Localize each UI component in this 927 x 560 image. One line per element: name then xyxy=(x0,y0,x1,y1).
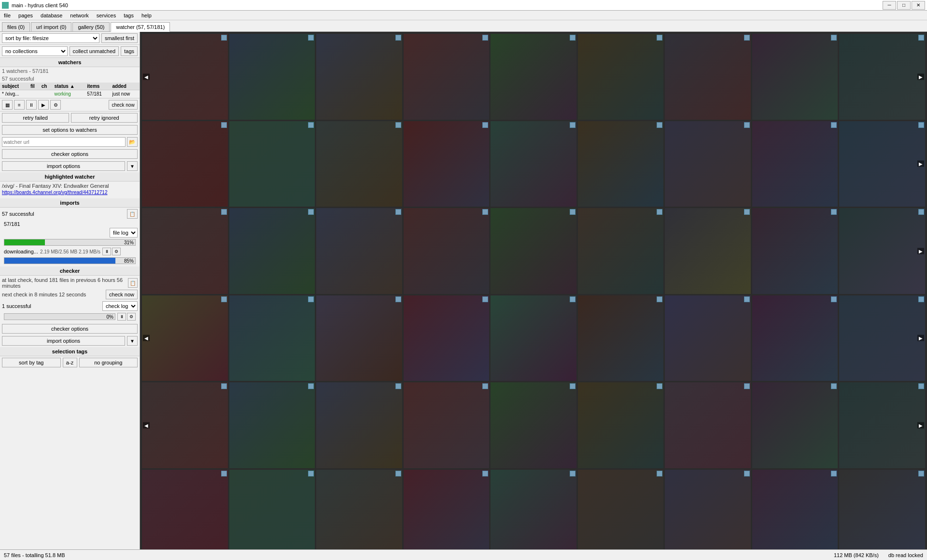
file-log-icon-button[interactable]: 📋 xyxy=(127,209,138,219)
menu-tags[interactable]: tags xyxy=(120,12,138,19)
cell-checkbox[interactable] xyxy=(221,383,227,389)
watcher-url-input[interactable] xyxy=(2,137,126,147)
tags-button[interactable]: tags xyxy=(121,46,138,56)
tab-files[interactable]: files (0) xyxy=(2,22,30,31)
cell-checkbox[interactable] xyxy=(482,383,488,389)
highlighted-url[interactable]: https://boards.4channel.org/vg/thread/44… xyxy=(2,190,138,195)
image-cell[interactable] xyxy=(404,382,490,468)
menu-network[interactable]: network xyxy=(66,12,93,19)
resume-button[interactable]: ▶ xyxy=(38,100,49,110)
maximize-button[interactable]: □ xyxy=(897,1,911,10)
cell-checkbox[interactable] xyxy=(308,209,314,215)
checker-settings-button[interactable]: ⚙ xyxy=(127,313,136,321)
image-cell[interactable] xyxy=(491,470,576,549)
cell-checkbox[interactable] xyxy=(308,35,314,41)
cell-checkbox[interactable] xyxy=(221,209,227,215)
image-cell[interactable] xyxy=(578,470,664,549)
close-button[interactable]: ✕ xyxy=(912,1,925,10)
image-cell[interactable] xyxy=(491,121,576,207)
menu-database[interactable]: database xyxy=(37,12,66,19)
cell-checkbox[interactable] xyxy=(395,122,401,128)
image-cell[interactable] xyxy=(229,382,315,468)
cell-checkbox[interactable] xyxy=(657,35,662,41)
image-cell[interactable] xyxy=(752,382,838,468)
nav-arrow-left[interactable]: ◀ xyxy=(143,422,150,429)
checker-pause-button[interactable]: ⏸ xyxy=(117,313,126,321)
image-cell[interactable] xyxy=(404,295,490,381)
image-cell[interactable] xyxy=(316,295,402,381)
image-cell[interactable]: ▶ xyxy=(839,34,925,120)
image-cell[interactable] xyxy=(752,470,838,549)
sort-dropdown[interactable]: sort by file: filesize xyxy=(2,33,99,43)
cell-checkbox[interactable] xyxy=(831,209,837,215)
image-cell[interactable] xyxy=(665,382,751,468)
nav-arrow-right[interactable]: ▶ xyxy=(917,73,924,80)
image-cell[interactable] xyxy=(404,208,490,294)
image-cell[interactable] xyxy=(316,208,402,294)
set-options-to-watchers-button[interactable]: set options to watchers xyxy=(2,125,138,135)
image-cell[interactable] xyxy=(752,34,838,120)
cell-checkbox[interactable] xyxy=(831,35,837,41)
image-cell[interactable] xyxy=(752,295,838,381)
image-cell[interactable] xyxy=(491,295,576,381)
image-cell[interactable] xyxy=(578,208,664,294)
import-options-arrow-2[interactable]: ▼ xyxy=(127,336,138,346)
cell-checkbox[interactable] xyxy=(744,296,750,302)
image-cell[interactable] xyxy=(665,34,751,120)
image-cell[interactable] xyxy=(839,470,925,549)
cell-checkbox[interactable] xyxy=(395,296,401,302)
table-row[interactable]: * /xivg... working 57/181 just now xyxy=(0,90,140,98)
image-cell[interactable] xyxy=(142,121,228,207)
checker-options-button[interactable]: checker options xyxy=(2,149,138,159)
cell-checkbox[interactable] xyxy=(482,471,488,476)
image-cell[interactable] xyxy=(316,382,402,468)
image-cell[interactable] xyxy=(316,470,402,549)
collect-unmatched-button[interactable]: collect unmatched xyxy=(70,46,119,56)
image-cell[interactable] xyxy=(578,382,664,468)
cell-checkbox[interactable] xyxy=(570,209,576,215)
dl-pause-button[interactable]: ⏸ xyxy=(102,248,111,255)
cell-checkbox[interactable] xyxy=(918,383,924,389)
cell-checkbox[interactable] xyxy=(570,122,576,128)
cell-checkbox[interactable] xyxy=(570,471,576,476)
cell-checkbox[interactable] xyxy=(221,471,227,476)
collections-dropdown[interactable]: no collections xyxy=(2,46,68,56)
cell-checkbox[interactable] xyxy=(395,209,401,215)
image-cell[interactable]: ▶ xyxy=(839,121,925,207)
cell-checkbox[interactable] xyxy=(744,35,750,41)
cell-checkbox[interactable] xyxy=(395,383,401,389)
cell-checkbox[interactable] xyxy=(918,296,924,302)
image-cell[interactable] xyxy=(229,121,315,207)
image-cell[interactable] xyxy=(316,34,402,120)
cell-checkbox[interactable] xyxy=(657,209,662,215)
retry-failed-button[interactable]: retry failed xyxy=(2,113,69,123)
image-cell[interactable] xyxy=(491,208,576,294)
image-cell[interactable] xyxy=(229,34,315,120)
image-cell[interactable] xyxy=(229,295,315,381)
image-cell[interactable]: ◀ xyxy=(142,382,228,468)
cell-checkbox[interactable] xyxy=(308,471,314,476)
cell-checkbox[interactable] xyxy=(744,471,750,476)
cell-checkbox[interactable] xyxy=(570,296,576,302)
smallest-first-button[interactable]: smallest first xyxy=(101,33,138,43)
cell-checkbox[interactable] xyxy=(221,122,227,128)
az-button[interactable]: a-z xyxy=(63,358,77,367)
cell-checkbox[interactable] xyxy=(657,471,662,476)
image-cell[interactable] xyxy=(752,208,838,294)
cell-checkbox[interactable] xyxy=(918,209,924,215)
watcher-url-go-button[interactable]: 📂 xyxy=(127,137,138,147)
import-options-button-2[interactable]: import options xyxy=(2,336,125,346)
cell-checkbox[interactable] xyxy=(744,122,750,128)
image-cell[interactable] xyxy=(316,121,402,207)
tab-gallery[interactable]: gallery (50) xyxy=(72,22,110,31)
image-cell[interactable] xyxy=(229,470,315,549)
image-cell[interactable]: ◀ xyxy=(142,34,228,120)
nav-arrow-right[interactable]: ▶ xyxy=(917,422,924,429)
cell-checkbox[interactable] xyxy=(482,35,488,41)
cell-checkbox[interactable] xyxy=(221,296,227,302)
cell-checkbox[interactable] xyxy=(308,383,314,389)
retry-ignored-button[interactable]: retry ignored xyxy=(71,113,138,123)
cell-checkbox[interactable] xyxy=(570,35,576,41)
dl-settings-button[interactable]: ⚙ xyxy=(112,248,121,255)
menu-pages[interactable]: pages xyxy=(14,12,37,19)
